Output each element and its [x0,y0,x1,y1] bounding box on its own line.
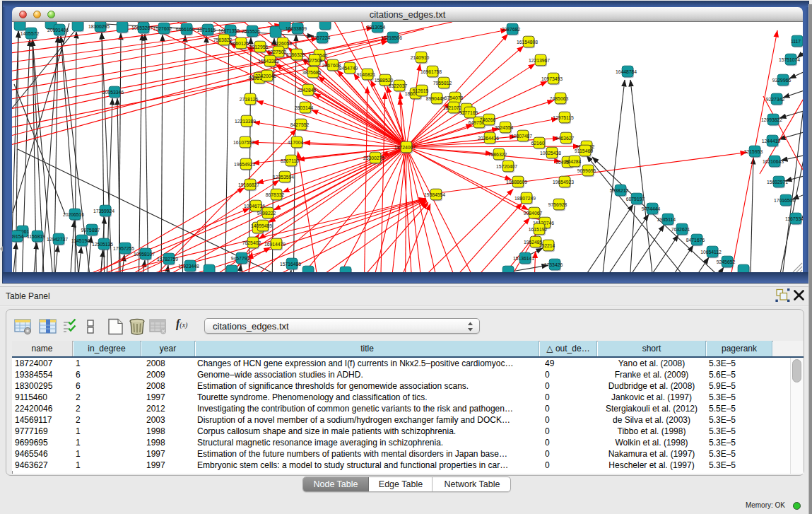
svg-text:9329966: 9329966 [772,77,792,82]
svg-text:1615192: 1615192 [529,226,548,231]
svg-text:2935114: 2935114 [657,216,676,221]
svg-text:16210643: 16210643 [763,158,784,163]
svg-text:15692971: 15692971 [767,179,788,184]
svg-text:9084067: 9084067 [524,210,543,215]
svg-text:17016504: 17016504 [774,197,795,202]
svg-text:10046736: 10046736 [244,203,265,208]
svg-text:5938212: 5938212 [610,187,629,192]
svg-text:9699695: 9699695 [577,168,596,173]
svg-text:9227342: 9227342 [766,96,785,101]
svg-text:10688609: 10688609 [506,179,527,184]
svg-text:8186328: 8186328 [286,52,305,57]
svg-text:3624554: 3624554 [495,124,514,129]
svg-text:13226058: 13226058 [271,40,292,45]
svg-text:3242848: 3242848 [298,87,317,92]
svg-text:19654923: 19654923 [234,161,255,166]
svg-text:1244419: 1244419 [762,138,781,143]
svg-text:912615: 912615 [413,88,429,93]
svg-text:15716485: 15716485 [280,261,301,266]
svg-text:417004: 417004 [288,139,304,144]
svg-text:12353594: 12353594 [273,174,294,179]
svg-text:16914479: 16914479 [264,241,286,246]
svg-text:2803144: 2803144 [295,105,314,110]
svg-text:10025438: 10025438 [540,150,561,155]
svg-text:2718126: 2718126 [240,96,259,101]
svg-text:1405572: 1405572 [20,30,40,35]
svg-text:16671355: 16671355 [218,28,240,33]
svg-text:6794078: 6794078 [445,95,464,100]
svg-text:1071915: 1071915 [197,27,216,32]
svg-text:7563822: 7563822 [213,37,233,42]
svg-text:9463627: 9463627 [555,135,575,140]
svg-text:9498222: 9498222 [257,210,276,215]
svg-text:9146821: 9146821 [357,71,376,76]
svg-text:8322037: 8322037 [389,83,408,88]
svg-text:17957255: 17957255 [113,245,134,250]
svg-text:9327508: 9327508 [304,57,323,62]
svg-text:20206516: 20206516 [63,211,84,216]
svg-text:1167534: 1167534 [785,216,803,221]
svg-text:6466160: 6466160 [176,26,195,31]
svg-text:12093822: 12093822 [761,117,782,122]
svg-text:7625402: 7625402 [242,240,261,245]
svg-text:7632621: 7632621 [671,226,690,231]
svg-text:16961758: 16961758 [420,69,442,74]
svg-text:18300295: 18300295 [88,23,110,28]
svg-text:8990448: 8990448 [426,95,445,100]
svg-text:7357224: 7357224 [312,35,331,40]
svg-text:8813054: 8813054 [367,24,386,29]
svg-text:8660125: 8660125 [230,40,249,45]
svg-text:964284: 964284 [565,158,582,163]
svg-text:10653267: 10653267 [131,25,153,30]
svg-text:25300275: 25300275 [363,155,384,160]
svg-text:8912956: 8912956 [249,44,269,49]
svg-text:3875685: 3875685 [302,69,322,74]
svg-text:19218506: 19218506 [381,35,402,40]
svg-text:9474444: 9474444 [642,206,661,211]
svg-text:8471676: 8471676 [686,237,705,242]
svg-text:15720407: 15720407 [496,163,517,168]
svg-text:10654112: 10654112 [700,249,722,254]
svg-text:19654923: 19654923 [553,179,574,184]
svg-text:12213967: 12213967 [529,57,550,62]
svg-text:3215953: 3215953 [744,148,763,153]
svg-text:8454749: 8454749 [339,65,358,70]
svg-text:7986322: 7986322 [488,151,507,156]
svg-text:10958107: 10958107 [134,251,155,256]
svg-text:2867608: 2867608 [322,62,341,67]
svg-text:19166827: 19166827 [238,182,259,187]
svg-text:1588520: 1588520 [375,77,394,82]
svg-text:10973493: 10973493 [541,76,563,81]
svg-text:11923448: 11923448 [178,263,199,268]
svg-text:9245652: 9245652 [717,259,736,264]
svg-text:16543382: 16543382 [258,58,279,63]
svg-text:18724007: 18724007 [394,144,416,149]
svg-text:16033809: 16033809 [286,25,307,30]
svg-text:9457791: 9457791 [231,255,250,260]
svg-text:15136141: 15136141 [513,255,534,260]
svg-text:746266: 746266 [480,117,496,122]
svg-text:20053346: 20053346 [102,89,124,94]
svg-text:9777169: 9777169 [459,110,478,115]
svg-text:1527602: 1527602 [153,25,172,30]
svg-text:9975887: 9975887 [81,227,100,232]
svg-text:12942737: 12942737 [47,236,68,241]
svg-text:2087682: 2087682 [502,26,521,31]
svg-text:1621072: 1621072 [443,105,462,110]
svg-text:9756928: 9756928 [548,201,567,206]
svg-text:20691406: 20691406 [47,27,69,32]
svg-text:12213389: 12213389 [235,118,256,123]
svg-text:17359924: 17359924 [93,208,114,213]
svg-text:62160: 62160 [531,140,545,145]
svg-text:1117: 1117 [791,38,801,43]
svg-text:2140910: 2140910 [411,54,430,59]
svg-text:14099489: 14099489 [251,223,272,228]
svg-text:19384554: 19384554 [424,192,445,197]
svg-text:252214: 252214 [539,243,555,247]
svg-text:6879197: 6879197 [626,196,645,201]
svg-text:8427552: 8427552 [290,122,310,127]
svg-text:9327503: 9327503 [268,49,287,54]
svg-text:16154808: 16154808 [517,39,538,44]
svg-text:16107552: 16107552 [233,139,254,144]
svg-text:8678332: 8678332 [266,192,285,197]
